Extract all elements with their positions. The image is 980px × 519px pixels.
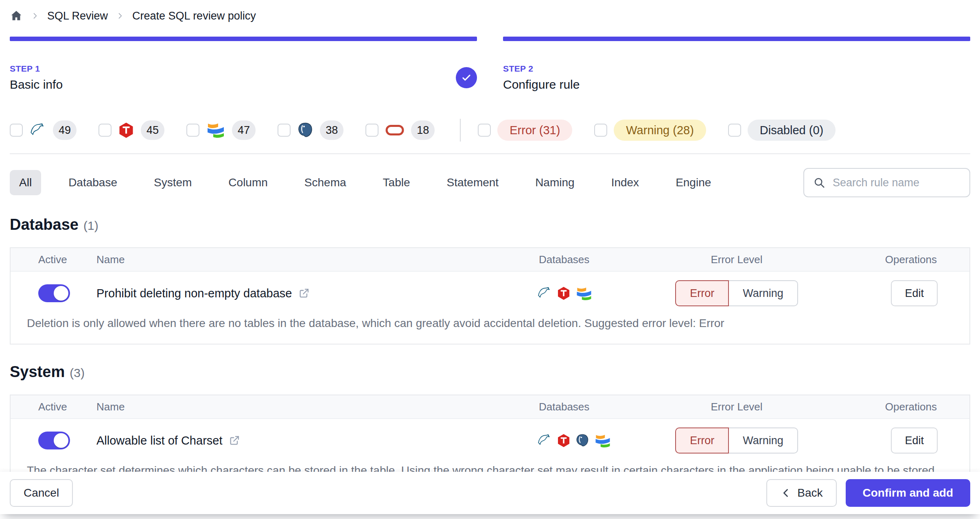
column-header-active: Active xyxy=(11,401,96,413)
breadcrumb-sql-review[interactable]: SQL Review xyxy=(47,10,108,22)
section-count: (1) xyxy=(83,219,98,233)
search-box xyxy=(803,168,970,197)
postgresql-checkbox[interactable] xyxy=(278,124,291,137)
oceanbase-icon xyxy=(575,286,593,301)
tab-index[interactable]: Index xyxy=(602,170,649,195)
tab-database[interactable]: Database xyxy=(59,170,127,195)
error-level-warning-button[interactable]: Warning xyxy=(729,280,798,306)
column-header-name: Name xyxy=(96,253,525,266)
tidb-checkbox[interactable] xyxy=(98,124,112,137)
filter-engine-mysql: 49 xyxy=(10,120,77,140)
search-icon xyxy=(813,177,825,189)
table-header-row: Active Name Databases Error Level Operat… xyxy=(11,395,969,419)
oracle-icon xyxy=(385,124,405,137)
tab-engine[interactable]: Engine xyxy=(666,170,720,195)
check-icon xyxy=(461,72,472,83)
oceanbase-icon xyxy=(594,433,611,448)
rule-name-link[interactable]: Allowable list of Charset xyxy=(96,434,525,447)
step-1-label: STEP 1 xyxy=(10,64,63,74)
oceanbase-checkbox[interactable] xyxy=(186,124,199,137)
step-2-progress-bar xyxy=(503,37,970,41)
filter-engine-oracle: 18 xyxy=(365,120,435,140)
tidb-count-badge: 45 xyxy=(141,120,164,140)
toggle-knob xyxy=(54,286,68,301)
table-row: Allowable list of Charset Error Warning … xyxy=(11,419,969,462)
disabled-checkbox[interactable] xyxy=(728,124,741,137)
tab-statement[interactable]: Statement xyxy=(438,170,508,195)
oracle-count-badge: 18 xyxy=(411,120,435,140)
error-level-selector: Error Warning xyxy=(675,280,798,306)
filter-bar: 49 45 47 38 18 Error (31) W xyxy=(10,119,970,141)
rule-active-toggle[interactable] xyxy=(38,432,70,449)
breadcrumb: SQL Review Create SQL review policy xyxy=(10,0,970,20)
filter-engine-oceanbase: 47 xyxy=(186,120,256,140)
mysql-icon xyxy=(29,122,46,138)
step-2: STEP 2 Configure rule xyxy=(503,37,970,97)
tidb-icon xyxy=(557,286,571,300)
tab-system[interactable]: System xyxy=(144,170,201,195)
column-header-name: Name xyxy=(96,401,525,413)
section-divider xyxy=(10,153,970,154)
section-header-database: Database (1) xyxy=(10,216,970,233)
edit-button[interactable]: Edit xyxy=(891,280,938,306)
rule-name-link[interactable]: Prohibit deleting non-empty database xyxy=(96,287,525,300)
external-link-icon[interactable] xyxy=(229,435,240,446)
tidb-icon xyxy=(557,434,571,447)
error-count-pill[interactable]: Error (31) xyxy=(497,120,572,141)
tab-column[interactable]: Column xyxy=(219,170,277,195)
step-indicator: STEP 1 Basic info STEP 2 Configure rule xyxy=(10,37,970,97)
home-icon[interactable] xyxy=(10,9,23,22)
footer-action-bar: Cancel Back Confirm and add xyxy=(0,472,980,514)
rule-databases xyxy=(525,433,635,448)
filter-engine-postgresql: 38 xyxy=(278,120,343,140)
cancel-button[interactable]: Cancel xyxy=(10,479,73,507)
error-level-selector: Error Warning xyxy=(675,427,798,454)
tidb-icon xyxy=(118,122,134,138)
chevron-right-icon xyxy=(31,12,39,20)
error-level-warning-button[interactable]: Warning xyxy=(729,427,798,454)
rule-databases xyxy=(525,286,635,301)
create-sql-review-policy-page: SQL Review Create SQL review policy STEP… xyxy=(0,0,980,508)
warning-count-pill[interactable]: Warning (28) xyxy=(614,120,706,141)
column-header-error-level: Error Level xyxy=(635,253,838,266)
external-link-icon[interactable] xyxy=(298,288,310,299)
postgresql-count-badge: 38 xyxy=(320,120,343,140)
tab-table[interactable]: Table xyxy=(374,170,420,195)
rule-active-toggle[interactable] xyxy=(38,284,70,302)
error-level-error-button[interactable]: Error xyxy=(675,427,729,454)
error-level-error-button[interactable]: Error xyxy=(675,280,729,306)
filter-divider xyxy=(460,119,461,142)
step-2-label: STEP 2 xyxy=(503,64,580,74)
confirm-and-add-button[interactable]: Confirm and add xyxy=(846,479,970,507)
step-1: STEP 1 Basic info xyxy=(10,37,477,97)
oracle-checkbox[interactable] xyxy=(365,124,378,137)
column-header-error-level: Error Level xyxy=(635,401,838,413)
column-header-active: Active xyxy=(11,253,96,266)
column-header-operations: Operations xyxy=(838,401,969,413)
section-title: System xyxy=(10,363,65,381)
step-2-title: Configure rule xyxy=(503,78,580,92)
error-checkbox[interactable] xyxy=(478,124,491,137)
warning-checkbox[interactable] xyxy=(594,124,607,137)
breadcrumb-current-page: Create SQL review policy xyxy=(132,10,256,22)
step-1-progress-bar xyxy=(10,37,477,41)
section-count: (3) xyxy=(70,366,85,380)
postgresql-icon xyxy=(297,122,313,138)
chevron-right-icon xyxy=(116,12,124,20)
search-input[interactable] xyxy=(832,176,960,190)
tab-all[interactable]: All xyxy=(10,170,41,195)
mysql-icon xyxy=(537,286,552,301)
oceanbase-count-badge: 47 xyxy=(232,120,256,140)
filter-engine-tidb: 45 xyxy=(98,120,164,140)
edit-button[interactable]: Edit xyxy=(891,427,938,454)
tab-naming[interactable]: Naming xyxy=(526,170,584,195)
filter-level-error: Error (31) xyxy=(478,120,572,141)
filter-level-warning: Warning (28) xyxy=(594,120,706,141)
tab-schema[interactable]: Schema xyxy=(295,170,356,195)
mysql-checkbox[interactable] xyxy=(10,124,23,137)
filter-level-disabled: Disabled (0) xyxy=(728,120,836,141)
disabled-count-pill[interactable]: Disabled (0) xyxy=(748,120,836,141)
chevron-left-icon xyxy=(780,487,792,499)
back-button[interactable]: Back xyxy=(766,479,836,507)
step-1-completed-badge xyxy=(456,67,477,88)
